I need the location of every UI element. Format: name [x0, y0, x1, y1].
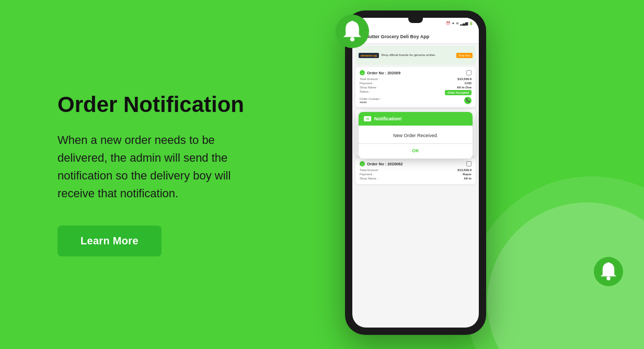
shop-value-1: All in One	[457, 86, 472, 89]
order-row-amount-3: Total Amount : $13,536.9	[360, 168, 472, 172]
app-title: Flutter Grocery Deli Boy App	[365, 34, 429, 39]
left-content: Order Notification When a new order need…	[0, 51, 293, 299]
shop-value-3: All in	[464, 177, 472, 180]
order-row-shop-1: Shop Name : All in One	[360, 86, 472, 89]
amount-value-1: $13,536.9	[457, 77, 472, 81]
contact-name-1: aaaa	[360, 100, 381, 104]
bell-top-icon	[336, 15, 369, 48]
phone-screen: ⏰ ✦ ≋ ▂▄▆ 🔋 Flutter Grocery Deli Boy App…	[352, 18, 479, 328]
order-row-payment-1: Payment : COD	[360, 82, 472, 85]
learn-more-button[interactable]: Learn More	[58, 226, 162, 256]
order-header-1: Order No : 202009	[360, 70, 472, 75]
payment-label-1: Payment :	[360, 82, 374, 85]
modal-body: New Order Received. OK	[359, 126, 473, 159]
bell-bottom-icon	[594, 257, 623, 286]
notification-modal: Notification! New Order Received. OK	[359, 112, 473, 159]
svg-point-4	[606, 276, 610, 280]
payment-label-3: Payment :	[360, 173, 374, 176]
order-check-icon-3	[360, 161, 365, 166]
status-label-1: Status :	[360, 90, 370, 95]
main-container: Order Notification When a new order need…	[0, 0, 644, 349]
phone-mockup: ⏰ ✦ ≋ ▂▄▆ 🔋 Flutter Grocery Deli Boy App…	[345, 10, 486, 335]
copy-icon-3[interactable]	[466, 161, 472, 166]
modal-message: New Order Received.	[364, 133, 467, 138]
svg-point-2	[351, 21, 354, 24]
app-header: Flutter Grocery Deli Boy App	[352, 29, 479, 44]
amount-label-3: Total Amount :	[360, 168, 380, 172]
order-check-icon	[360, 70, 365, 75]
order-card-1: Order No : 202009 Total Amount : $13,536…	[355, 67, 476, 107]
order-row-status-1: Status : Order Accepted	[360, 90, 472, 95]
order-row-shop-3: Shop Name : All in	[360, 177, 472, 180]
order-number-1: Order No : 202009	[367, 71, 400, 75]
ad-text: Shop official brands for genuine smiles.	[381, 53, 436, 58]
description-text: When a new order needs to be delivered, …	[58, 131, 251, 202]
order-card-3: Order No : 2020062 Total Amount : $13,53…	[355, 158, 476, 184]
order-row-payment-3: Payment : Razor	[360, 173, 472, 176]
modal-header: Notification!	[359, 112, 473, 126]
status-badge-1: Order Accepted	[445, 90, 472, 95]
order-row-amount-1: Total Amount : $13,536.9	[360, 77, 472, 81]
ad-banner: amazon.sg Shop official brands for genui…	[355, 46, 476, 65]
modal-divider	[359, 143, 473, 144]
order-contact-1: Order Contact : aaaa 📞	[360, 97, 472, 104]
svg-point-5	[607, 262, 610, 265]
copy-icon-1[interactable]	[466, 70, 472, 75]
page-title: Order Notification	[58, 93, 251, 117]
svg-point-1	[350, 37, 355, 42]
payment-value-1: COD	[465, 82, 472, 85]
payment-value-3: Razor	[463, 173, 472, 176]
modal-ok-button[interactable]: OK	[364, 148, 467, 153]
ad-logo: amazon.sg	[359, 53, 379, 58]
call-button-1[interactable]: 📞	[464, 97, 472, 104]
shop-label-1: Shop Name :	[360, 86, 378, 89]
phone-frame: ⏰ ✦ ≋ ▂▄▆ 🔋 Flutter Grocery Deli Boy App…	[345, 10, 486, 335]
amount-label-1: Total Amount :	[360, 77, 380, 81]
shop-label-3: Shop Name :	[360, 177, 378, 180]
order-number-3: Order No : 2020062	[367, 162, 402, 166]
order-header-3: Order No : 2020062	[360, 161, 472, 166]
phone-notch	[408, 18, 423, 23]
mail-icon	[364, 116, 371, 121]
status-bar-text: ⏰ ✦ ≋ ▂▄▆ 🔋	[446, 21, 474, 26]
ad-cta[interactable]: Shop Now	[456, 53, 473, 58]
right-content: ⏰ ✦ ≋ ▂▄▆ 🔋 Flutter Grocery Deli Boy App…	[293, 0, 644, 349]
modal-title: Notification!	[374, 116, 402, 121]
amount-value-3: $13,536.9	[457, 168, 472, 172]
